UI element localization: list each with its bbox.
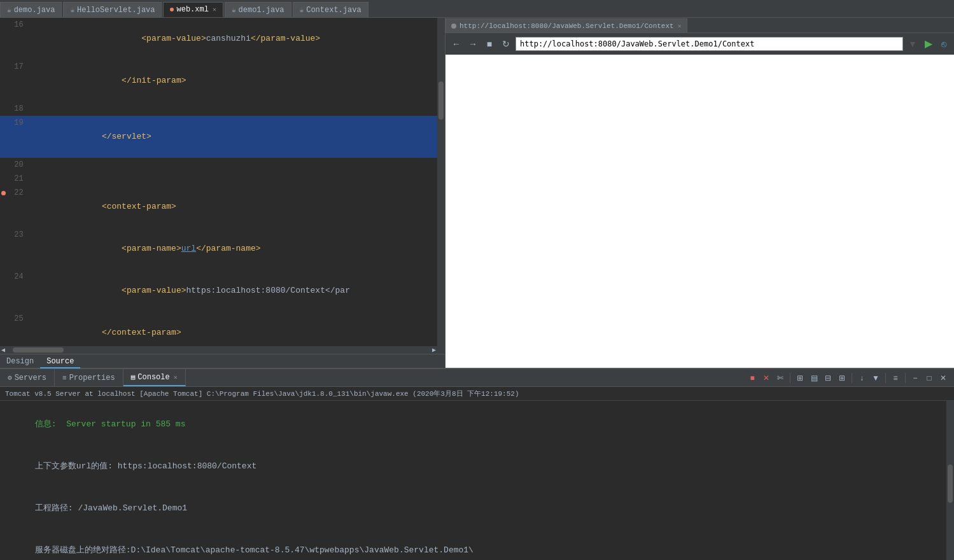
- code-scroll: 16 <param-value>canshuzhi</param-value> …: [0, 18, 445, 354]
- layout-button6[interactable]: ▼: [870, 372, 881, 384]
- toolbar-sep4: [905, 373, 906, 383]
- console-line-1: 信息: Server startup in 585 ms: [5, 403, 949, 445]
- layout-button2[interactable]: ▤: [808, 372, 820, 384]
- stop-button[interactable]: ■: [482, 37, 496, 51]
- line-number: 17: [0, 60, 30, 102]
- open-browser-button[interactable]: ⎋: [937, 38, 950, 50]
- line-number: 21: [0, 172, 30, 186]
- modified-dot: [170, 8, 174, 11]
- java-icon: ☕: [232, 6, 236, 14]
- horizontal-scrollbar[interactable]: ◀ ▶: [0, 346, 437, 354]
- scrollbar-thumb[interactable]: [438, 81, 444, 120]
- back-button[interactable]: ←: [449, 37, 463, 51]
- properties-icon: ≡: [62, 374, 67, 382]
- close-console-button[interactable]: ✕: [937, 372, 949, 384]
- java-icon: ☕: [70, 6, 74, 14]
- console-icon: ▤: [131, 373, 136, 381]
- browser-close-icon[interactable]: ✕: [678, 22, 682, 30]
- console-line-2: 上下文参数url的值: https:localhost:8080/Context: [5, 445, 949, 487]
- forward-button[interactable]: →: [466, 37, 480, 51]
- properties-label: Properties: [69, 374, 115, 382]
- line-16: 16 <param-value>canshuzhi</param-value>: [0, 18, 445, 60]
- scrollbar-thumb-h[interactable]: [13, 347, 64, 353]
- console-tabs: ⚙ Servers ≡ Properties ▤ Console ✕: [0, 369, 186, 386]
- line-content: <param-name>url</param-name>: [30, 228, 445, 270]
- tab-source[interactable]: Source: [40, 354, 80, 368]
- console-scrollbar-thumb[interactable]: [948, 465, 953, 503]
- console-line-4: 服务器磁盘上的绝对路径:D:\Idea\Tomcat\apache-tomcat…: [5, 529, 949, 560]
- tab-design[interactable]: Design: [0, 354, 40, 368]
- line-content: </servlet>: [30, 116, 445, 158]
- refresh-button[interactable]: ↻: [499, 37, 513, 51]
- tab-label: demo1.java: [239, 6, 284, 15]
- go-button[interactable]: ▶: [922, 38, 935, 50]
- console-close-icon[interactable]: ✕: [174, 374, 178, 381]
- line-19: 19 </servlet>: [0, 116, 445, 158]
- tab-context-java[interactable]: ☕ Context.java: [293, 2, 368, 17]
- minimize-button[interactable]: −: [909, 372, 921, 384]
- tab-label: web.xml: [176, 5, 208, 14]
- toolbar-sep1: [790, 373, 790, 383]
- line-17: 17 </init-param>: [0, 60, 445, 102]
- console-panel: ⚙ Servers ≡ Properties ▤ Console ✕ ■ ✕ ✄…: [0, 368, 954, 560]
- line-number: 18: [0, 102, 30, 116]
- tab-properties[interactable]: ≡ Properties: [55, 369, 123, 386]
- code-area[interactable]: 16 <param-value>canshuzhi</param-value> …: [0, 18, 445, 354]
- console-label: Console: [137, 373, 169, 382]
- console-info-bar: Tomcat v8.5 Server at localhost [Apache …: [0, 387, 954, 401]
- java-icon: ☕: [7, 6, 11, 14]
- layout-button4[interactable]: ⊞: [836, 372, 848, 384]
- editor-bottom-tabs: Design Source: [0, 354, 445, 368]
- tab-label: demo.java: [14, 6, 55, 15]
- line-number: 20: [0, 158, 30, 172]
- rerun-button[interactable]: ✄: [775, 372, 786, 384]
- line-content: <param-value>canshuzhi</param-value>: [30, 18, 445, 60]
- tab-label: HelloServlet.java: [77, 6, 155, 15]
- maximize-button[interactable]: □: [923, 372, 935, 384]
- line-number: 23: [0, 228, 30, 270]
- browser-tab-label: http://localhost:8080/JavaWeb.Servlet.De…: [459, 22, 674, 30]
- scroll-left-icon[interactable]: ◀: [0, 346, 6, 354]
- layout-button3[interactable]: ⊟: [822, 372, 834, 384]
- tab-label: Context.java: [306, 6, 361, 15]
- layout-button1[interactable]: ⊞: [794, 372, 806, 384]
- editor-tab-bar: ☕ demo.java ☕ HelloServlet.java web.xml …: [0, 0, 954, 18]
- line-number: 24: [0, 270, 30, 312]
- line-content: [30, 102, 445, 116]
- servers-icon: ⚙: [8, 374, 12, 382]
- stop-server-button[interactable]: ■: [747, 372, 758, 384]
- close-tab-icon[interactable]: ✕: [213, 6, 216, 13]
- settings-button[interactable]: ≡: [890, 372, 901, 384]
- disconnect-button[interactable]: ✕: [761, 372, 772, 384]
- toolbar-sep3: [885, 373, 886, 383]
- browser-nav: ← → ■ ↻ ▼ ▶ ⎋: [445, 33, 954, 55]
- tab-hello-servlet[interactable]: ☕ HelloServlet.java: [63, 2, 162, 17]
- line-number: 22: [0, 186, 30, 228]
- tab-web-xml[interactable]: web.xml ✕: [163, 2, 223, 17]
- servers-label: Servers: [15, 374, 46, 382]
- tab-servers[interactable]: ⚙ Servers: [0, 369, 55, 386]
- console-tab-bar: ⚙ Servers ≡ Properties ▤ Console ✕ ■ ✕ ✄…: [0, 369, 954, 387]
- code-table: 16 <param-value>canshuzhi</param-value> …: [0, 18, 445, 354]
- line-18: 18: [0, 102, 445, 116]
- tab-demo1-java[interactable]: ☕ demo1.java: [225, 2, 291, 17]
- url-bar[interactable]: [516, 37, 903, 51]
- tab-console[interactable]: ▤ Console ✕: [123, 369, 186, 386]
- line-content: <param-value>https:localhost:8080/Contex…: [30, 270, 445, 312]
- line-23: 23 <param-name>url</param-name>: [0, 228, 445, 270]
- editor-pane: 16 <param-value>canshuzhi</param-value> …: [0, 18, 445, 368]
- console-output[interactable]: 信息: Server startup in 585 ms 上下文参数url的值:…: [0, 401, 954, 560]
- scroll-right-icon[interactable]: ▶: [431, 346, 437, 354]
- console-scrollbar[interactable]: [946, 401, 954, 560]
- browser-tab-icon: [451, 24, 456, 29]
- console-toolbar: ■ ✕ ✄ ⊞ ▤ ⊟ ⊞ ↓ ▼ ≡ − □ ✕: [747, 372, 954, 384]
- browser-pane: http://localhost:8080/JavaWeb.Servlet.De…: [445, 18, 954, 368]
- browser-tab-context[interactable]: http://localhost:8080/JavaWeb.Servlet.De…: [445, 18, 687, 32]
- line-content: <context-param>: [30, 186, 445, 228]
- browser-tab-bar: http://localhost:8080/JavaWeb.Servlet.De…: [445, 18, 954, 33]
- console-line-3: 工程路径: /JavaWeb.Servlet.Demo1: [5, 487, 949, 529]
- vertical-scrollbar[interactable]: [437, 18, 445, 354]
- dropdown-button[interactable]: ▼: [906, 37, 920, 51]
- tab-demo-java[interactable]: ☕ demo.java: [0, 2, 62, 17]
- layout-button5[interactable]: ↓: [856, 372, 867, 384]
